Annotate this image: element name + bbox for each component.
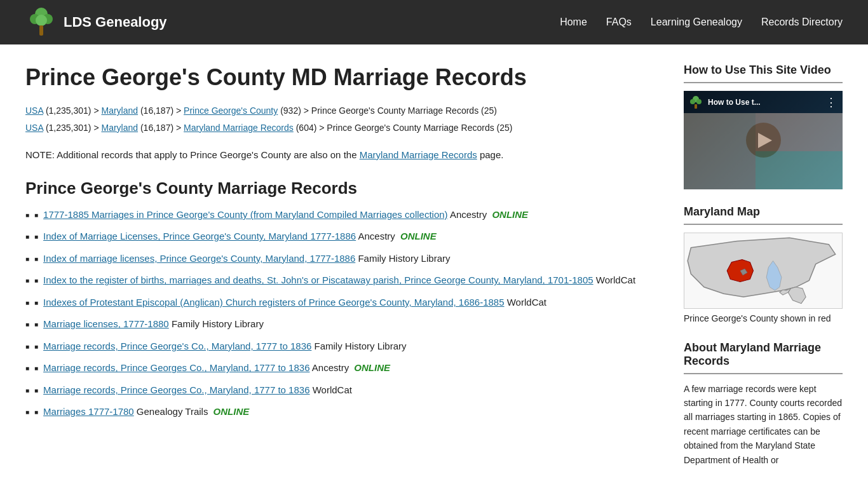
sidebar-divider-video	[684, 82, 843, 83]
page-title: Prince George's County MD Marriage Recor…	[25, 64, 658, 91]
video-section-title: How to Use This Site Video	[684, 64, 843, 77]
record-link-4[interactable]: Indexes of Protestant Episcopal (Anglica…	[43, 297, 504, 308]
sidebar-divider-about	[684, 373, 843, 374]
main-nav: Home FAQs Learning Genealogy Records Dir…	[560, 17, 843, 28]
video-overlay-bar: How to Use t... ⋮	[684, 91, 843, 113]
list-item: ■ Marriage records, Prince Georges Co., …	[25, 383, 658, 398]
breadcrumb-line-2: USA (1,235,301) > Maryland (16,187) > Ma…	[25, 121, 658, 135]
online-badge-1: ONLINE	[400, 231, 437, 241]
video-photo-right	[756, 113, 843, 189]
map-section-title: Maryland Map	[684, 205, 843, 219]
note-maryland-link[interactable]: Maryland Marriage Records	[360, 149, 477, 160]
svg-rect-8	[695, 104, 697, 109]
maryland-map[interactable]	[684, 233, 843, 309]
list-item: ■ Indexes of Protestant Episcopal (Angli…	[25, 295, 658, 310]
breadcrumb-maryland-2[interactable]: Maryland	[101, 123, 138, 133]
sidebar-about-section: About Maryland Marriage Records A few ma…	[684, 341, 843, 467]
list-item: ■ Marriages 1777-1780 Genealogy Trails O…	[25, 405, 658, 419]
svg-point-6	[690, 99, 695, 104]
site-header: LDS Genealogy Home FAQs Learning Genealo…	[0, 0, 868, 44]
record-link-8[interactable]: Marriage records, Prince Georges Co., Ma…	[43, 384, 309, 395]
list-item: ■ Index of Marriage Licenses, Prince Geo…	[25, 229, 658, 244]
breadcrumb-maryland-1[interactable]: Maryland	[101, 105, 138, 116]
main-content: Prince George's County MD Marriage Recor…	[25, 64, 658, 483]
sidebar-divider-map	[684, 224, 843, 225]
video-menu-dots-icon[interactable]: ⋮	[825, 95, 837, 109]
record-link-2[interactable]: Index of marriage licenses, Prince Georg…	[43, 253, 355, 264]
list-item: ■ Index of marriage licenses, Prince Geo…	[25, 252, 658, 266]
svg-rect-4	[39, 25, 43, 36]
list-item: ■ Marriage licenses, 1777-1880 Family Hi…	[25, 317, 658, 332]
list-item: ■ 1777-1885 Marriages in Prince George's…	[25, 208, 658, 222]
svg-marker-10	[788, 287, 806, 304]
sidebar-video-section: How to Use This Site Video	[684, 64, 843, 189]
sidebar-map-section: Maryland Map Prince Georg	[684, 205, 843, 325]
breadcrumb-usa-2[interactable]: USA	[25, 123, 43, 133]
record-link-5[interactable]: Marriage licenses, 1777-1880	[43, 318, 169, 329]
nav-faqs[interactable]: FAQs	[606, 17, 632, 28]
list-item: ■ Marriage records, Prince Georges Co., …	[25, 361, 658, 376]
record-link-9[interactable]: Marriages 1777-1780	[43, 406, 134, 417]
note-text: NOTE: Additional records that apply to P…	[25, 147, 658, 163]
record-link-1[interactable]: Index of Marriage Licenses, Prince Georg…	[43, 231, 356, 241]
nav-learning-genealogy[interactable]: Learning Genealogy	[651, 17, 742, 28]
list-item: ■ Marriage records, Prince George's Co.,…	[25, 339, 658, 354]
online-badge-7: ONLINE	[354, 362, 390, 373]
video-title-text: How to Use t...	[708, 98, 761, 107]
logo-area[interactable]: LDS Genealogy	[25, 6, 167, 38]
svg-point-7	[696, 99, 702, 104]
video-photo-right-top	[756, 113, 843, 151]
breadcrumb-usa-1[interactable]: USA	[25, 105, 43, 116]
svg-point-3	[36, 15, 47, 26]
online-badge-0: ONLINE	[492, 209, 528, 220]
record-link-6[interactable]: Marriage records, Prince George's Co., M…	[43, 341, 311, 351]
section-title: Prince George's County Marriage Records	[25, 179, 658, 198]
about-section-title: About Maryland Marriage Records	[684, 341, 843, 368]
map-caption: Prince George's County shown in red	[684, 313, 843, 325]
nav-records-directory[interactable]: Records Directory	[761, 17, 843, 28]
record-link-3[interactable]: Index to the register of births, marriag…	[43, 274, 593, 285]
breadcrumb-line-1: USA (1,235,301) > Maryland (16,187) > Pr…	[25, 104, 658, 118]
sidebar: How to Use This Site Video	[684, 64, 843, 483]
breadcrumb-pgc[interactable]: Prince George's County	[184, 105, 278, 116]
video-photo-right-bot	[756, 151, 843, 189]
page-wrapper: Prince George's County MD Marriage Recor…	[0, 44, 868, 488]
about-section-text: A few marriage records were kept startin…	[684, 382, 843, 467]
record-link-7[interactable]: Marriage records, Prince Georges Co., Ma…	[43, 362, 309, 373]
video-photo-left	[684, 113, 756, 189]
breadcrumb-maryland-marriage-records[interactable]: Maryland Marriage Records	[184, 123, 294, 133]
video-thumbnail[interactable]: How to Use t... ⋮	[684, 91, 843, 189]
nav-home[interactable]: Home	[560, 17, 587, 28]
record-suffix-0: Ancestry	[450, 209, 487, 220]
breadcrumbs: USA (1,235,301) > Maryland (16,187) > Pr…	[25, 104, 658, 135]
online-badge-9: ONLINE	[214, 406, 250, 417]
logo-text: LDS Genealogy	[64, 14, 167, 30]
video-photo-collage	[684, 113, 843, 189]
record-link-0[interactable]: 1777-1885 Marriages in Prince George's C…	[43, 209, 447, 220]
site-logo-icon	[25, 6, 57, 38]
list-item: ■ Index to the register of births, marri…	[25, 273, 658, 288]
svg-marker-9	[688, 238, 836, 297]
video-logo-mini-icon	[689, 95, 703, 109]
records-list: ■ 1777-1885 Marriages in Prince George's…	[25, 208, 658, 419]
